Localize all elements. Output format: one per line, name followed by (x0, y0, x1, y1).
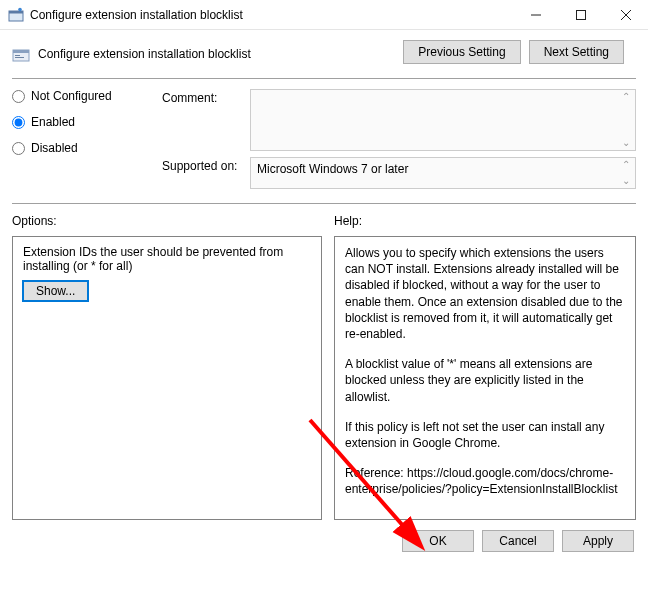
help-text: A blocklist value of '*' means all exten… (345, 356, 625, 405)
cancel-button[interactable]: Cancel (482, 530, 554, 552)
policy-icon (8, 7, 24, 23)
radio-label: Not Configured (31, 89, 112, 103)
header: Configure extension installation blockli… (12, 40, 636, 68)
svg-rect-10 (15, 57, 24, 58)
comment-label: Comment: (162, 89, 250, 151)
footer: OK Cancel Apply (0, 520, 648, 564)
minimize-button[interactable] (513, 0, 558, 30)
comment-textarea[interactable] (250, 89, 636, 151)
radio-enabled[interactable]: Enabled (12, 115, 162, 129)
chevron-down-icon: ⌄ (620, 138, 632, 148)
divider (12, 78, 636, 79)
radio-label: Disabled (31, 141, 78, 155)
next-setting-button[interactable]: Next Setting (529, 40, 624, 64)
previous-setting-button[interactable]: Previous Setting (403, 40, 520, 64)
divider (12, 203, 636, 204)
help-text: Allows you to specify which extensions t… (345, 245, 625, 342)
close-button[interactable] (603, 0, 648, 30)
svg-point-2 (18, 7, 22, 11)
chevron-down-icon: ⌄ (620, 176, 632, 186)
help-panel: Allows you to specify which extensions t… (334, 236, 636, 520)
svg-rect-8 (13, 50, 29, 53)
apply-button[interactable]: Apply (562, 530, 634, 552)
radio-not-configured[interactable]: Not Configured (12, 89, 162, 103)
maximize-button[interactable] (558, 0, 603, 30)
titlebar: Configure extension installation blockli… (0, 0, 648, 30)
options-panel: Extension IDs the user should be prevent… (12, 236, 322, 520)
supported-on-value: Microsoft Windows 7 or later (250, 157, 636, 189)
svg-rect-4 (576, 10, 585, 19)
chevron-up-icon: ⌃ (620, 160, 632, 170)
show-button[interactable]: Show... (23, 281, 88, 301)
help-text: If this policy is left not set the user … (345, 419, 625, 451)
window-title: Configure extension installation blockli… (30, 8, 513, 22)
ok-button[interactable]: OK (402, 530, 474, 552)
radio-disabled[interactable]: Disabled (12, 141, 162, 155)
chevron-up-icon: ⌃ (620, 92, 632, 102)
options-description: Extension IDs the user should be prevent… (23, 245, 311, 273)
help-text: Reference: https://cloud.google.com/docs… (345, 465, 625, 497)
options-heading: Options: (12, 214, 322, 228)
supported-on-label: Supported on: (162, 157, 250, 189)
svg-rect-1 (9, 11, 23, 14)
policy-icon (12, 45, 30, 63)
radio-label: Enabled (31, 115, 75, 129)
help-heading: Help: (334, 214, 636, 228)
svg-rect-9 (15, 55, 20, 56)
